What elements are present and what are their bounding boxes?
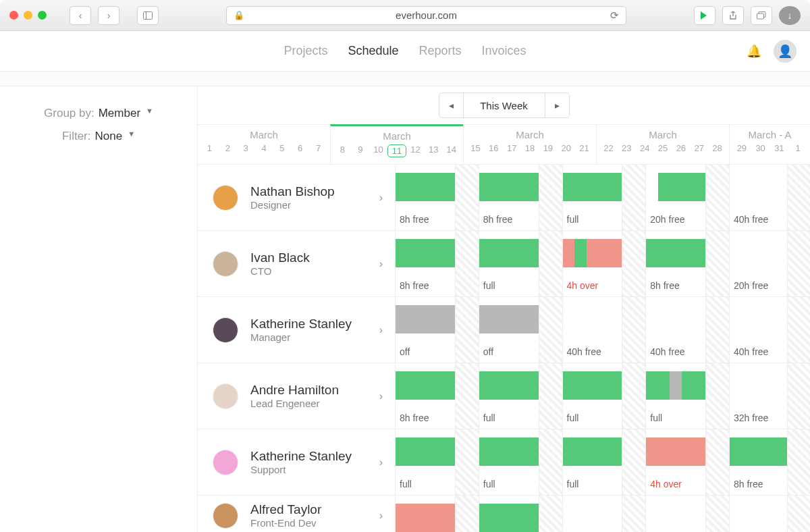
week-cell[interactable]: full — [396, 429, 479, 495]
allocation-bar[interactable] — [563, 371, 622, 400]
member-info[interactable]: Alfred TaylorFront-End Dev› — [198, 496, 396, 532]
day-label[interactable]: 26 — [672, 143, 690, 153]
day-label[interactable]: 6 — [291, 143, 309, 153]
allocation-bar[interactable] — [479, 371, 539, 400]
week-cell[interactable] — [645, 496, 729, 532]
tabs-button[interactable] — [751, 6, 772, 25]
allocation-bar[interactable] — [563, 239, 575, 267]
allocation-bar[interactable] — [479, 305, 539, 334]
nav-forward-button[interactable]: › — [98, 6, 119, 25]
day-label[interactable]: 31 — [770, 143, 789, 153]
week-cell[interactable]: 20h free — [645, 165, 729, 230]
day-label[interactable]: 27 — [690, 143, 708, 153]
allocation-bar[interactable] — [563, 437, 622, 466]
allocation-bar[interactable] — [396, 305, 455, 334]
current-user-avatar[interactable]: 👤 — [774, 40, 796, 63]
chevron-right-icon[interactable]: › — [379, 324, 383, 336]
member-info[interactable]: Katherine StanleyManager› — [198, 297, 396, 363]
week-cell[interactable] — [562, 496, 646, 532]
day-label[interactable]: 11 — [387, 144, 407, 157]
day-label[interactable]: 10 — [369, 144, 387, 157]
week-cell[interactable]: full — [562, 429, 646, 495]
allocation-bar[interactable] — [574, 239, 587, 267]
week-cell[interactable]: 20h free — [729, 231, 810, 296]
week-cell[interactable]: 40h free — [645, 297, 729, 363]
day-label[interactable]: 23 — [618, 143, 636, 153]
nav-back-button[interactable]: ‹ — [70, 6, 91, 25]
day-label[interactable]: 8 — [333, 144, 352, 157]
week-cell[interactable]: 40h free — [562, 297, 646, 363]
week-cell[interactable]: 8h free — [396, 165, 479, 230]
week-cell[interactable] — [396, 496, 479, 532]
range-next-button[interactable]: ▸ — [545, 93, 569, 117]
week-cell[interactable]: full — [562, 165, 646, 230]
allocation-bar[interactable] — [587, 239, 622, 267]
range-prev-button[interactable]: ◂ — [439, 93, 464, 117]
week-cell[interactable]: 40h free — [729, 297, 810, 363]
day-label[interactable]: 16 — [485, 143, 503, 153]
day-label[interactable]: 3 — [237, 143, 255, 153]
range-label[interactable]: This Week — [464, 93, 545, 117]
week-cell[interactable]: 4h over — [645, 429, 729, 495]
day-label[interactable]: 7 — [309, 143, 327, 153]
day-label[interactable]: 12 — [406, 144, 425, 157]
allocation-bar[interactable] — [479, 504, 539, 532]
allocation-bar[interactable] — [479, 437, 539, 466]
chevron-right-icon[interactable]: › — [379, 510, 383, 522]
week-cell[interactable]: off — [479, 297, 562, 363]
week-cell[interactable]: full — [562, 363, 646, 429]
week-cell[interactable]: 8h free — [479, 165, 562, 230]
week-cell[interactable]: 40h free — [729, 165, 810, 230]
chevron-right-icon[interactable]: › — [379, 456, 383, 469]
allocation-bar[interactable] — [396, 239, 455, 267]
nav-projects[interactable]: Projects — [284, 44, 327, 58]
week-cell[interactable] — [479, 496, 562, 532]
allocation-bar[interactable] — [682, 371, 705, 400]
day-label[interactable]: 5 — [273, 143, 291, 153]
day-label[interactable]: 1 — [788, 143, 807, 153]
group-by-control[interactable]: Group by: Member ▼ — [0, 107, 197, 120]
allocation-bar[interactable] — [730, 437, 787, 466]
chevron-right-icon[interactable]: › — [379, 258, 383, 270]
reload-icon[interactable]: ⟳ — [610, 9, 619, 22]
day-label[interactable]: 21 — [575, 143, 593, 153]
allocation-bar[interactable] — [646, 437, 705, 466]
day-label[interactable]: 1 — [200, 143, 219, 153]
nav-schedule[interactable]: Schedule — [348, 44, 398, 58]
day-label[interactable]: 14 — [442, 144, 460, 157]
week-cell[interactable]: full — [645, 363, 729, 429]
day-label[interactable]: 9 — [352, 144, 370, 157]
nav-reports[interactable]: Reports — [419, 44, 462, 58]
member-info[interactable]: Katherine StanleySupport› — [198, 429, 396, 495]
allocation-bar[interactable] — [563, 173, 622, 201]
allocation-bar[interactable] — [396, 504, 455, 532]
allocation-bar[interactable] — [479, 173, 539, 201]
downloads-button[interactable]: ↓ — [779, 6, 801, 25]
close-window-icon[interactable] — [9, 11, 18, 20]
allocation-bar[interactable] — [396, 437, 455, 466]
share-button[interactable] — [722, 6, 744, 25]
chevron-right-icon[interactable]: › — [379, 390, 383, 402]
address-bar[interactable]: 🔒 everhour.com ⟳ — [226, 6, 626, 25]
day-label[interactable]: 29 — [732, 143, 751, 153]
allocation-bar[interactable] — [658, 173, 705, 201]
play-button[interactable] — [694, 6, 716, 25]
member-info[interactable]: Nathan BishopDesigner› — [198, 165, 396, 230]
maximize-window-icon[interactable] — [38, 11, 47, 20]
member-info[interactable]: Andre HamiltonLead Engeneer› — [198, 363, 396, 429]
filter-control[interactable]: Filter: None ▼ — [0, 130, 197, 143]
day-label[interactable]: 30 — [751, 143, 770, 153]
week-cell[interactable] — [729, 496, 810, 532]
allocation-bar[interactable] — [396, 173, 455, 201]
allocation-bar[interactable] — [646, 371, 670, 400]
allocation-bar[interactable] — [479, 239, 539, 267]
week-cell[interactable]: 8h free — [396, 231, 479, 296]
notifications-icon[interactable]: 🔔 — [747, 44, 761, 59]
day-label[interactable]: 24 — [636, 143, 654, 153]
day-label[interactable]: 25 — [654, 143, 672, 153]
minimize-window-icon[interactable] — [24, 11, 32, 20]
day-label[interactable]: 18 — [521, 143, 539, 153]
week-cell[interactable]: 8h free — [729, 429, 810, 495]
day-label[interactable]: 2 — [219, 143, 237, 153]
member-info[interactable]: Ivan BlackCTO› — [198, 231, 396, 296]
